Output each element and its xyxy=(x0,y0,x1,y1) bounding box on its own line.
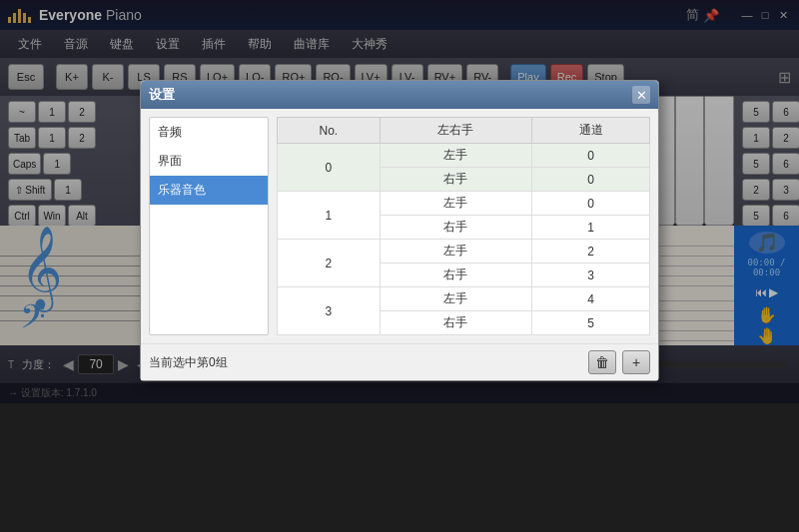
col-hand: 左右手 xyxy=(380,118,531,144)
cell-ch-2-right: 3 xyxy=(532,264,650,287)
cell-no-0: 0 xyxy=(278,144,381,192)
col-no: No. xyxy=(278,118,381,144)
dialog-titlebar: 设置 ✕ xyxy=(141,81,658,109)
footer-selected-text: 当前选中第0组 xyxy=(149,354,228,371)
sidebar-item-interface[interactable]: 界面 xyxy=(150,147,268,176)
cell-ch-1-left: 0 xyxy=(532,192,650,216)
cell-ch-3-right: 5 xyxy=(532,311,650,335)
dialog-title: 设置 xyxy=(149,86,175,104)
dialog-close-button[interactable]: ✕ xyxy=(632,86,650,104)
sidebar-item-instrument[interactable]: 乐器音色 xyxy=(150,176,268,205)
cell-ch-1-right: 1 xyxy=(532,216,650,240)
sidebar-item-audio[interactable]: 音频 xyxy=(150,118,268,147)
cell-ch-3-left: 4 xyxy=(532,287,650,311)
table-header-row: No. 左右手 通道 xyxy=(278,118,650,144)
settings-dialog: 设置 ✕ 音频 界面 乐器音色 No. 左右手 通道 xyxy=(140,80,659,381)
dialog-footer: 当前选中第0组 🗑 + xyxy=(141,343,658,380)
dialog-sidebar: 音频 界面 乐器音色 xyxy=(149,117,269,335)
cell-ch-2-left: 2 xyxy=(532,240,650,264)
dialog-table-area: No. 左右手 通道 0 左手 0 右手 xyxy=(277,117,650,335)
table-row[interactable]: 0 左手 0 xyxy=(278,144,650,168)
channel-table: No. 左右手 通道 0 左手 0 右手 xyxy=(277,117,650,335)
cell-hand-0-right: 右手 xyxy=(380,168,531,192)
cell-hand-3-right: 右手 xyxy=(380,311,531,335)
cell-no-1: 1 xyxy=(278,192,381,240)
cell-hand-1-left: 左手 xyxy=(380,192,531,216)
add-button[interactable]: + xyxy=(622,350,650,374)
dialog-overlay: 设置 ✕ 音频 界面 乐器音色 No. 左右手 通道 xyxy=(0,0,799,532)
table-row[interactable]: 1 左手 0 xyxy=(278,192,650,216)
cell-no-3: 3 xyxy=(278,287,381,335)
cell-no-2: 2 xyxy=(278,240,381,287)
delete-button[interactable]: 🗑 xyxy=(588,350,616,374)
cell-hand-2-left: 左手 xyxy=(380,240,531,264)
cell-hand-0-left: 左手 xyxy=(380,144,531,168)
table-row[interactable]: 2 左手 2 xyxy=(278,240,650,264)
table-body: 0 左手 0 右手 0 1 左手 0 xyxy=(278,144,650,335)
cell-hand-3-left: 左手 xyxy=(380,287,531,311)
cell-hand-1-right: 右手 xyxy=(380,216,531,240)
table-row[interactable]: 3 左手 4 xyxy=(278,287,650,311)
dialog-body: 音频 界面 乐器音色 No. 左右手 通道 xyxy=(141,109,658,343)
col-channel: 通道 xyxy=(532,118,650,144)
footer-buttons: 🗑 + xyxy=(588,350,650,374)
cell-ch-0-right: 0 xyxy=(532,168,650,192)
cell-hand-2-right: 右手 xyxy=(380,264,531,287)
cell-ch-0-left: 0 xyxy=(532,144,650,168)
